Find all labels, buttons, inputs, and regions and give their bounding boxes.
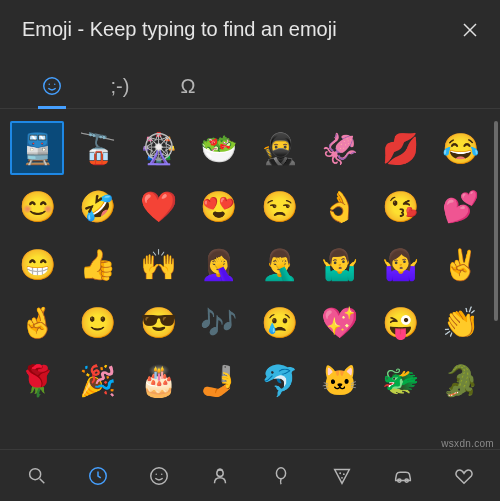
svg-point-2	[44, 78, 61, 95]
category-search[interactable]	[16, 455, 58, 497]
emoji-cell[interactable]: 👍	[71, 237, 125, 291]
svg-point-13	[339, 472, 341, 474]
clock-icon	[87, 465, 109, 487]
svg-point-12	[276, 467, 285, 478]
car-icon	[392, 465, 414, 487]
emoji-cell[interactable]: 🤳	[192, 353, 246, 407]
emoji-cell[interactable]: 😘	[373, 179, 427, 233]
emoji-cell[interactable]: 😍	[192, 179, 246, 233]
category-celebration[interactable]	[260, 455, 302, 497]
svg-point-9	[155, 473, 156, 474]
scrollbar-thumb[interactable]	[494, 121, 498, 321]
svg-point-8	[150, 467, 167, 484]
category-bar	[0, 449, 500, 501]
tab-symbols[interactable]: Ω	[168, 64, 208, 108]
emoji-cell[interactable]: 👏	[434, 295, 488, 349]
emoji-cell[interactable]: 🎡	[131, 121, 185, 175]
svg-point-14	[342, 473, 344, 475]
emoji-cell[interactable]: 🙌	[131, 237, 185, 291]
emoji-cell[interactable]: 👌	[313, 179, 367, 233]
balloon-icon	[270, 465, 292, 487]
svg-point-15	[341, 476, 343, 478]
svg-point-3	[49, 83, 50, 84]
emoji-cell[interactable]: 😜	[373, 295, 427, 349]
category-transport[interactable]	[382, 455, 424, 497]
emoji-cell[interactable]: ✌️	[434, 237, 488, 291]
smiley-icon	[148, 465, 170, 487]
category-people[interactable]	[199, 455, 241, 497]
category-hearts[interactable]	[443, 455, 485, 497]
emoji-cell[interactable]: 😒	[252, 179, 306, 233]
smiley-icon	[41, 75, 63, 97]
category-smileys[interactable]	[138, 455, 180, 497]
tab-emoji[interactable]	[32, 64, 72, 108]
pizza-icon	[331, 465, 353, 487]
kaomoji-label: ;-)	[111, 75, 130, 98]
emoji-cell[interactable]: 💕	[434, 179, 488, 233]
emoji-cell[interactable]: 🚡	[71, 121, 125, 175]
emoji-cell[interactable]: 🐱	[313, 353, 367, 407]
emoji-cell[interactable]: ❤️	[131, 179, 185, 233]
emoji-cell[interactable]: 🙂	[71, 295, 125, 349]
emoji-cell[interactable]: 🎂	[131, 353, 185, 407]
search-icon	[26, 465, 48, 487]
svg-point-4	[54, 83, 55, 84]
emoji-cell[interactable]: 🤷‍♀️	[373, 237, 427, 291]
emoji-cell[interactable]: 💋	[373, 121, 427, 175]
emoji-cell[interactable]: 😊	[10, 179, 64, 233]
panel-header: Emoji - Keep typing to find an emoji	[0, 0, 500, 46]
emoji-cell[interactable]: 🚆	[10, 121, 64, 175]
svg-line-6	[39, 478, 44, 483]
panel-title: Emoji - Keep typing to find an emoji	[22, 18, 337, 41]
emoji-cell[interactable]: 🌹	[10, 353, 64, 407]
emoji-cell[interactable]: 🤦‍♂️	[252, 237, 306, 291]
emoji-cell[interactable]: 🤦‍♀️	[192, 237, 246, 291]
emoji-panel: Emoji - Keep typing to find an emoji ;-)…	[0, 0, 500, 501]
close-icon	[463, 23, 477, 37]
emoji-grid-container: 🚆🚡🎡🥗🥷🦑💋😂😊🤣❤️😍😒👌😘💕😁👍🙌🤦‍♀️🤦‍♂️🤷‍♂️🤷‍♀️✌️🤞🙂…	[0, 109, 500, 449]
heart-icon	[453, 465, 475, 487]
watermark: wsxdn.com	[441, 438, 494, 449]
svg-point-5	[29, 468, 40, 479]
input-type-tabs: ;-) Ω	[0, 46, 500, 109]
emoji-cell[interactable]: 🦑	[313, 121, 367, 175]
emoji-cell[interactable]: 🐊	[434, 353, 488, 407]
people-icon	[209, 465, 231, 487]
emoji-cell[interactable]: 🥗	[192, 121, 246, 175]
emoji-grid: 🚆🚡🎡🥗🥷🦑💋😂😊🤣❤️😍😒👌😘💕😁👍🙌🤦‍♀️🤦‍♂️🤷‍♂️🤷‍♀️✌️🤞🙂…	[0, 109, 500, 415]
emoji-cell[interactable]: 🎶	[192, 295, 246, 349]
svg-point-10	[161, 473, 162, 474]
emoji-cell[interactable]: 😎	[131, 295, 185, 349]
emoji-cell[interactable]: 🥷	[252, 121, 306, 175]
emoji-cell[interactable]: 🎉	[71, 353, 125, 407]
tab-kaomoji[interactable]: ;-)	[100, 64, 140, 108]
emoji-cell[interactable]: 😂	[434, 121, 488, 175]
symbols-label: Ω	[181, 75, 196, 98]
emoji-cell[interactable]: 🤷‍♂️	[313, 237, 367, 291]
emoji-cell[interactable]: 🤣	[71, 179, 125, 233]
emoji-cell[interactable]: 🐬	[252, 353, 306, 407]
emoji-cell[interactable]: 🐲	[373, 353, 427, 407]
close-button[interactable]	[458, 18, 482, 42]
emoji-cell[interactable]: 😁	[10, 237, 64, 291]
category-food[interactable]	[321, 455, 363, 497]
emoji-cell[interactable]: 🤞	[10, 295, 64, 349]
emoji-cell[interactable]: 😢	[252, 295, 306, 349]
emoji-cell[interactable]: 💖	[313, 295, 367, 349]
category-recent[interactable]	[77, 455, 119, 497]
